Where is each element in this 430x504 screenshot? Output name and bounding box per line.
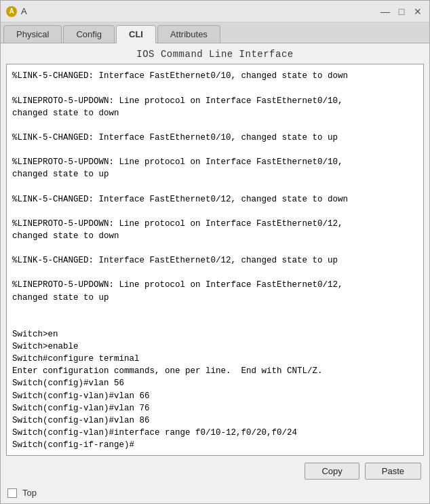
app-icon: A	[6, 6, 17, 17]
tab-config[interactable]: Config	[63, 25, 115, 43]
copy-button[interactable]: Copy	[305, 463, 359, 480]
window-title: A	[21, 6, 27, 16]
section-title: IOS Command Line Interface	[1, 43, 429, 64]
close-button[interactable]: ✕	[412, 5, 424, 18]
tab-cli[interactable]: CLI	[116, 25, 156, 43]
main-window: A A — □ ✕ Physical Config CLI Attributes…	[0, 0, 430, 504]
maximize-button[interactable]: □	[395, 5, 408, 18]
paste-button[interactable]: Paste	[365, 463, 421, 480]
title-bar: A A — □ ✕	[1, 1, 429, 22]
tab-bar: Physical Config CLI Attributes	[1, 22, 429, 43]
button-row: Copy Paste	[1, 459, 429, 485]
window-controls: — □ ✕	[379, 5, 424, 18]
footer-row: Top	[1, 485, 429, 503]
top-label: Top	[22, 488, 37, 498]
cli-output[interactable]: changed state to up %LINK-5-CHANGED: Int…	[7, 64, 423, 455]
title-bar-left: A A	[6, 6, 27, 17]
cli-container: changed state to up %LINK-5-CHANGED: Int…	[6, 64, 424, 456]
top-checkbox[interactable]	[7, 488, 17, 498]
tab-attributes[interactable]: Attributes	[157, 25, 220, 43]
tab-physical[interactable]: Physical	[3, 25, 62, 43]
minimize-button[interactable]: —	[379, 5, 391, 18]
